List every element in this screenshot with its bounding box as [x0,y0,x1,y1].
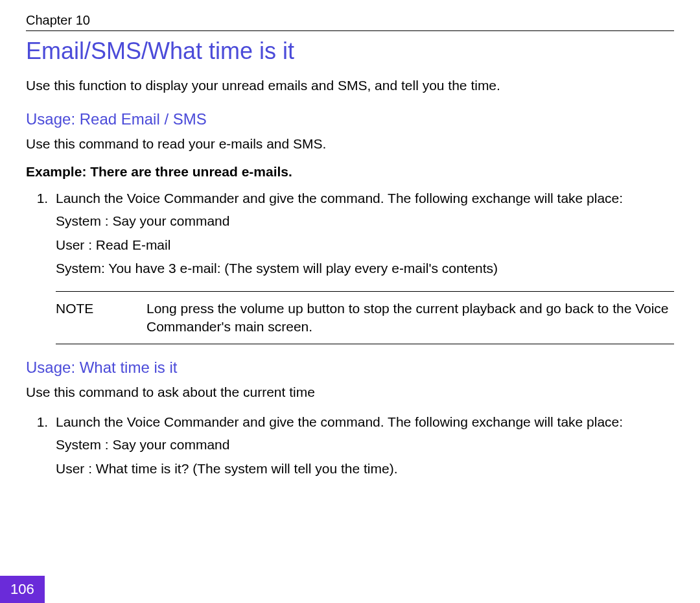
subsection-title-what-time: Usage: What time is it [26,359,674,377]
dialogue-line-system-response: System: You have 3 e-mail: (The system w… [56,258,674,279]
example-heading: Example: There are three unread e-mails. [26,164,674,180]
section-title: Email/SMS/What time is it [26,38,674,65]
steps-list-what-time: Launch the Voice Commander and give the … [26,412,674,480]
subsection-title-read-email: Usage: Read Email / SMS [26,110,674,128]
subsection-desc-read-email: Use this command to read your e-mails an… [26,135,674,153]
step-text: Launch the Voice Commander and give the … [56,414,623,429]
page-number: 106 [0,576,45,603]
page-content: Chapter 10 Email/SMS/What time is it Use… [0,0,700,603]
note-label: NOTE [56,300,146,337]
step-text: Launch the Voice Commander and give the … [56,191,623,206]
intro-paragraph: Use this function to display your unread… [26,77,674,95]
chapter-label: Chapter 10 [26,13,674,31]
dialogue-line-user: User : Read E-mail [56,235,674,256]
dialogue-line-system: System : Say your command [56,434,674,456]
step-item: Launch the Voice Commander and give the … [52,189,674,345]
note-box: NOTE Long press the volume up button to … [56,291,674,345]
subsection-desc-what-time: Use this command to ask about the curren… [26,383,674,401]
dialogue-line-user: User : What time is it? (The system will… [56,458,674,480]
note-text: Long press the volume up button to stop … [146,300,674,337]
dialogue-line-system: System : Say your command [56,211,674,232]
steps-list-read-email: Launch the Voice Commander and give the … [26,189,674,345]
step-item: Launch the Voice Commander and give the … [52,412,674,480]
